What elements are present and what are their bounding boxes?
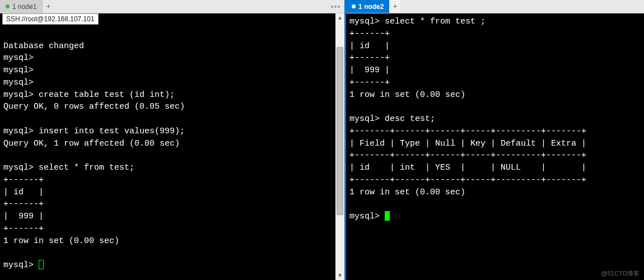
watermark: @51CTO博客: [601, 269, 640, 278]
cursor-icon: [39, 260, 44, 269]
tab-bar-spacer: [400, 0, 644, 13]
tab-node1[interactable]: 1 node1: [0, 0, 43, 13]
scroll-down-icon[interactable]: ▼: [335, 271, 344, 280]
left-scrollbar[interactable]: ▲ ▼: [335, 13, 344, 280]
left-tab-bar: 1 node1 +: [0, 0, 344, 13]
add-tab-button[interactable]: +: [43, 0, 54, 13]
status-dot-icon: [352, 4, 356, 8]
tab-label: 1 node1: [12, 3, 36, 11]
scrollbar-thumb[interactable]: [337, 47, 343, 215]
tab-node2[interactable]: 1 node2: [346, 0, 389, 13]
connection-tooltip: SSH://root@192.168.107.101: [2, 13, 99, 25]
tab-bar-spacer: [54, 0, 326, 13]
overflow-menu-icon[interactable]: [326, 0, 344, 13]
right-pane: 1 node2 + mysql> select * from test ; +-…: [344, 0, 644, 280]
right-terminal[interactable]: mysql> select * from test ; +------+ | i…: [346, 13, 644, 280]
left-terminal[interactable]: with -A Database changed mysql> mysql> m…: [0, 13, 344, 280]
scroll-up-icon[interactable]: ▲: [335, 13, 344, 22]
status-dot-icon: [6, 4, 10, 8]
cursor-icon: [385, 211, 390, 221]
add-tab-button[interactable]: +: [389, 0, 400, 13]
left-pane: 1 node1 + SSH://root@192.168.107.101 wit…: [0, 0, 344, 280]
tab-label: 1 node2: [358, 3, 384, 11]
right-tab-bar: 1 node2 +: [346, 0, 644, 13]
